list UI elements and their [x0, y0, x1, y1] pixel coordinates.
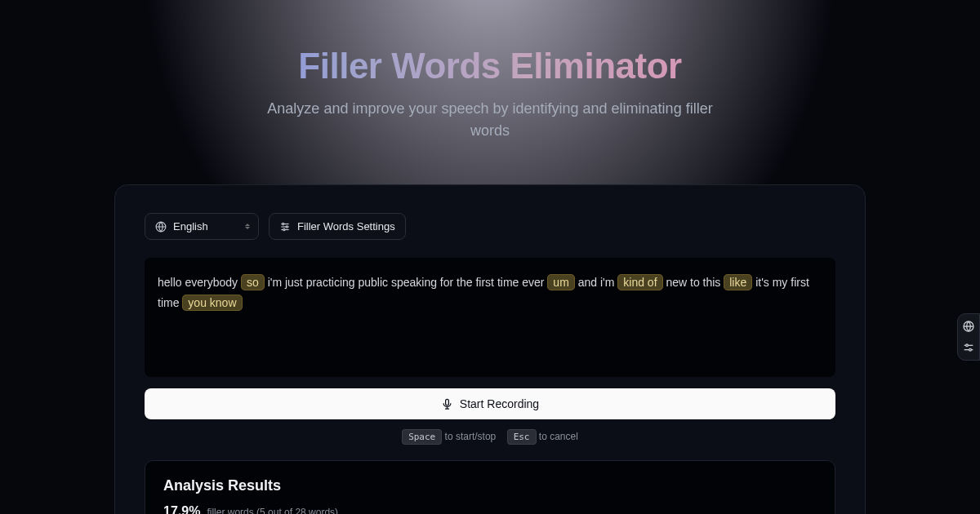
- start-recording-button[interactable]: Start Recording: [145, 388, 835, 419]
- chevron-up-down-icon: [245, 224, 250, 229]
- page-subtitle: Analyze and improve your speech by ident…: [261, 98, 719, 142]
- svg-point-11: [966, 344, 969, 347]
- sliders-icon: [279, 221, 291, 233]
- transcript-text: new to this: [663, 276, 724, 289]
- filler-word: kind of: [617, 274, 662, 290]
- space-label: to start/stop: [442, 431, 496, 442]
- filler-word: like: [724, 274, 752, 290]
- transcript-text: and i'm: [575, 276, 617, 289]
- svg-point-4: [283, 223, 284, 224]
- language-icon: [155, 221, 167, 233]
- page-title: Filler Words Eliminator: [114, 46, 866, 86]
- svg-rect-7: [445, 399, 448, 405]
- floating-toolbar: [957, 313, 980, 361]
- svg-point-5: [286, 225, 287, 227]
- language-select[interactable]: English: [145, 213, 259, 240]
- filler-settings-button[interactable]: Filler Words Settings: [269, 213, 406, 240]
- main-card: English Filler Words Settings hello ever…: [114, 184, 866, 514]
- filler-word: um: [547, 274, 574, 290]
- space-key: Space: [402, 429, 442, 445]
- transcript-text: hello everybody: [158, 276, 241, 289]
- results-title: Analysis Results: [163, 477, 817, 494]
- transcript-text: i'm just practicing public speaking for …: [265, 276, 548, 289]
- svg-point-12: [969, 348, 972, 351]
- filler-summary: filler words (5 out of 28 words): [207, 507, 338, 514]
- filler-percentage: 17.9%: [163, 504, 200, 514]
- globe-tool-button[interactable]: [961, 319, 976, 334]
- settings-label: Filler Words Settings: [297, 220, 395, 233]
- transcript-area: hello everybody so i'm just practicing p…: [145, 258, 835, 377]
- microphone-icon: [441, 398, 453, 410]
- controls-row: English Filler Words Settings: [145, 213, 835, 240]
- esc-label: to cancel: [537, 431, 578, 442]
- settings-tool-button[interactable]: [961, 340, 976, 355]
- shortcuts-hint: Space to start/stop Esc to cancel: [145, 431, 835, 442]
- svg-point-6: [283, 228, 285, 230]
- esc-key: Esc: [507, 429, 537, 445]
- language-value: English: [173, 220, 208, 233]
- filler-word: so: [241, 274, 265, 290]
- analysis-results: Analysis Results 17.9% filler words (5 o…: [145, 460, 835, 514]
- filler-word: you know: [182, 295, 242, 311]
- record-label: Start Recording: [460, 397, 539, 410]
